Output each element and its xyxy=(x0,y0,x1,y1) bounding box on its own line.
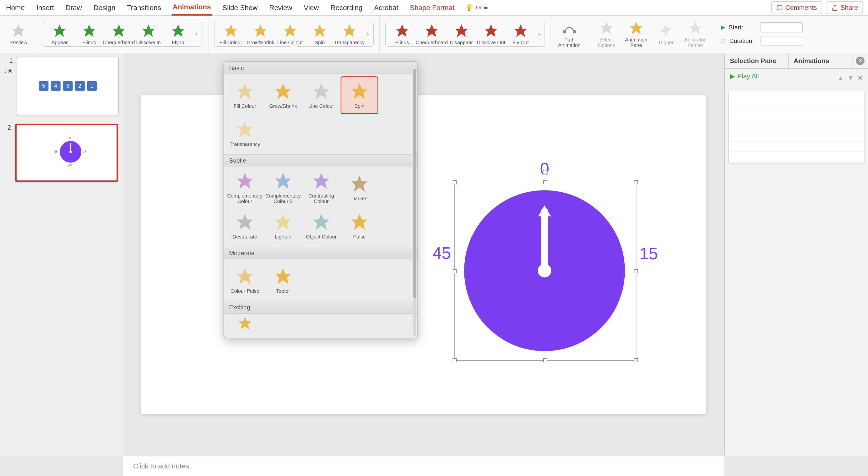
share-button[interactable]: Share xyxy=(827,1,863,14)
dd-contrasting-colour[interactable]: Contrasting Colour xyxy=(302,169,340,207)
emphasis-spin[interactable]: Spin xyxy=(305,23,335,45)
exit-disappear[interactable]: Disappear xyxy=(446,23,476,45)
animation-list[interactable] xyxy=(728,91,865,163)
exit-chequerboard[interactable]: Chequerboard xyxy=(417,23,446,45)
entrance-fly-in[interactable]: Fly In xyxy=(163,23,193,45)
move-down-icon[interactable]: ▼ xyxy=(847,74,854,82)
handle-ne[interactable] xyxy=(634,180,638,184)
handle-s[interactable] xyxy=(543,358,547,362)
dropdown-scrollbar[interactable] xyxy=(413,69,416,336)
entrance-appear[interactable]: Appear xyxy=(45,23,74,45)
handle-w[interactable] xyxy=(453,269,457,273)
dd-teeter[interactable]: Teeter xyxy=(264,261,302,299)
tab-recording[interactable]: Recording xyxy=(330,1,364,15)
dd-grow-shrink[interactable]: Grow/Shrink xyxy=(264,77,302,114)
pane-close-button[interactable]: ✕ xyxy=(856,57,865,65)
tab-shape-format[interactable]: Shape Format xyxy=(409,1,455,15)
dd-line-colour[interactable]: Line Colour xyxy=(302,77,340,114)
emphasis-line-colour[interactable]: Line Colour xyxy=(275,23,305,45)
thumb-2[interactable]: 0 15 30 45 xyxy=(15,124,118,182)
emphasis-dropdown: Basic Fill Colour Grow/Shrink Line Colou… xyxy=(223,61,418,338)
dd-darken[interactable]: Darken xyxy=(341,169,378,207)
dd-complementary-colour[interactable]: Complementary Colour xyxy=(226,169,264,207)
svg-marker-16 xyxy=(515,24,527,37)
animation-pane-button[interactable]: Animation Pane xyxy=(621,20,651,48)
dd-colour-pulse[interactable]: Colour Pulse xyxy=(226,261,264,299)
exit-blinds[interactable]: Blinds xyxy=(387,23,417,45)
handle-sw[interactable] xyxy=(453,358,457,362)
svg-marker-30 xyxy=(313,173,329,189)
preview-button[interactable]: Preview xyxy=(3,23,33,45)
emphasis-expand[interactable]: ⌄ xyxy=(289,44,299,47)
entrance-dissolve-in[interactable]: Dissolve In xyxy=(134,23,163,45)
exit-fly-out[interactable]: Fly Out xyxy=(506,23,535,45)
tab-draw[interactable]: Draw xyxy=(65,1,83,15)
tab-slideshow[interactable]: Slide Show xyxy=(221,1,259,15)
dd-pulse[interactable]: Pulse xyxy=(341,207,378,245)
handle-e[interactable] xyxy=(634,269,638,273)
animation-painter-button[interactable]: Animation Painter xyxy=(681,20,710,48)
dd-transparency[interactable]: Transparency xyxy=(226,115,264,152)
path-icon xyxy=(562,20,577,35)
tab-animations[interactable]: Animations xyxy=(172,0,212,16)
tab-insert[interactable]: Insert xyxy=(35,1,55,15)
trigger-button[interactable]: Trigger xyxy=(651,23,681,45)
rotate-handle[interactable] xyxy=(542,170,548,175)
exit-dissolve-out[interactable]: Dissolve Out xyxy=(476,23,506,45)
emphasis-grow-shrink[interactable]: Grow/Shrink xyxy=(246,23,275,45)
start-input[interactable] xyxy=(760,22,803,32)
effect-options-button[interactable]: Effect Options xyxy=(592,20,621,48)
emphasis-more[interactable]: › xyxy=(364,31,372,37)
notes-area[interactable]: Click to add notes xyxy=(123,456,724,476)
emphasis-transparency[interactable]: Transparency xyxy=(335,23,364,45)
play-icon: ▶ xyxy=(721,24,725,31)
dd-spin[interactable]: Spin xyxy=(341,77,378,114)
dd-subtle-grid: Complementary Colour Complementary Colou… xyxy=(224,167,417,247)
dd-lighten[interactable]: Lighten xyxy=(264,207,302,245)
duration-input[interactable] xyxy=(761,36,803,46)
exit-more[interactable]: › xyxy=(535,31,543,37)
handle-n[interactable] xyxy=(543,180,547,184)
svg-marker-10 xyxy=(313,24,326,37)
animations-pane-tab[interactable]: Animations xyxy=(788,53,852,68)
svg-marker-23 xyxy=(237,83,253,99)
tab-view[interactable]: View xyxy=(303,1,320,15)
delete-icon[interactable]: ✕ xyxy=(858,74,863,82)
dd-exciting-item[interactable] xyxy=(226,316,264,336)
entrance-blinds[interactable]: Blinds xyxy=(74,23,104,45)
handle-se[interactable] xyxy=(634,358,638,362)
emphasis-fill-colour[interactable]: Fill Colour xyxy=(216,23,246,45)
dd-desaturate[interactable]: Desaturate xyxy=(226,207,264,245)
dd-object-colour[interactable]: Object Colour xyxy=(302,207,340,245)
dd-fill-colour[interactable]: Fill Colour xyxy=(226,77,264,114)
clock-icon: 🕐 xyxy=(720,39,726,43)
preview-label: Preview xyxy=(9,40,27,45)
svg-marker-7 xyxy=(224,24,237,37)
tell-me[interactable]: 💡 Tell me xyxy=(465,4,488,11)
menu-tabs: Home Insert Draw Design Transitions Anim… xyxy=(0,0,868,16)
tab-transitions[interactable]: Transitions xyxy=(126,1,162,15)
path-animation-button[interactable]: Path Animation xyxy=(555,20,584,48)
thumb-1[interactable]: 5 4 3 2 1 xyxy=(17,57,119,115)
tab-review[interactable]: Review xyxy=(268,1,293,15)
svg-marker-35 xyxy=(351,214,367,230)
svg-point-17 xyxy=(563,30,566,33)
comments-button[interactable]: Comments xyxy=(771,1,822,14)
play-all-button[interactable]: ▶ Play All xyxy=(730,72,759,80)
tab-design[interactable]: Design xyxy=(92,1,116,15)
svg-marker-32 xyxy=(237,214,253,230)
selection-pane-tab[interactable]: Selection Pane xyxy=(725,53,788,68)
tab-home[interactable]: Home xyxy=(5,1,26,15)
entrance-chequerboard[interactable]: Chequerboard xyxy=(104,23,134,45)
dd-complementary-colour-2[interactable]: Complementary Colour 2 xyxy=(264,169,302,207)
clock-circle[interactable] xyxy=(464,190,625,351)
svg-marker-19 xyxy=(600,22,613,34)
move-up-icon[interactable]: ▲ xyxy=(838,74,844,82)
tab-acrobat[interactable]: Acrobat xyxy=(373,1,399,15)
exit-group: Blinds Chequerboard Disappear Dissolve O… xyxy=(380,16,551,53)
handle-nw[interactable] xyxy=(453,180,457,184)
thumb-2-row: 2 0 15 30 45 xyxy=(4,124,119,182)
star-icon xyxy=(253,23,268,38)
entrance-more[interactable]: › xyxy=(193,31,200,37)
svg-marker-28 xyxy=(237,173,253,189)
